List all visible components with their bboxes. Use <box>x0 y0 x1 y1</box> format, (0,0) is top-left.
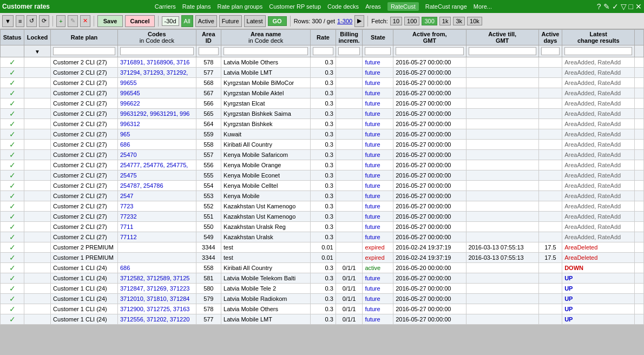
nav-carriers[interactable]: Carriers <box>155 3 176 10</box>
code-link[interactable]: 77112 <box>120 234 137 240</box>
code-link[interactable]: 3712010, 371810, 371284 <box>120 295 189 302</box>
table-row[interactable]: ✓ Customer 1 CLI (24) 3712010, 371810, 3… <box>1 294 644 304</box>
table-row[interactable]: ✓ Customer 2 CLI (27) 996545 567 Kyrgzst… <box>1 88 644 98</box>
code-link[interactable]: 254787, 254786 <box>120 182 163 189</box>
code-link[interactable]: 2547 <box>120 193 133 199</box>
table-row[interactable]: ✓ Customer 2 CLI (27) 25475 555 Kenya Mo… <box>1 170 644 181</box>
code-link[interactable]: 996545 <box>120 90 140 96</box>
code-link[interactable]: 686 <box>120 265 130 271</box>
nav-areas[interactable]: Areas <box>365 3 381 10</box>
nav-rate-plan-groups[interactable]: Rate plan groups <box>217 3 262 10</box>
code-link[interactable]: 3712847, 371269, 371223 <box>120 285 189 292</box>
days-filter-input[interactable] <box>541 47 560 55</box>
code-link[interactable]: 965 <box>120 131 130 137</box>
list-btn[interactable]: ≡ <box>16 15 24 27</box>
code-link[interactable]: 99655 <box>120 80 137 86</box>
table-row[interactable]: ✓ Customer 1 CLI (24) 3712847, 371269, 3… <box>1 284 644 294</box>
nav-code-decks[interactable]: Code decks <box>327 3 359 10</box>
areaname-filter-input[interactable] <box>224 47 308 55</box>
table-row[interactable]: ✓ Customer 2 CLI (27) 77112 549 Kazakhst… <box>1 232 644 242</box>
table-row[interactable]: ✓ Customer 2 CLI (27) 7723 552 Kazakhsta… <box>1 201 644 212</box>
table-row[interactable]: ✓ Customer 2 CLI (27) 996622 566 Kyrgzst… <box>1 98 644 109</box>
rate-filter-input[interactable] <box>313 47 333 55</box>
code-link[interactable]: 25475 <box>120 172 137 179</box>
edit-row-btn[interactable]: ✎ <box>68 15 78 27</box>
code-link[interactable]: 3712582, 3712589, 37125 <box>120 275 189 281</box>
cancel-button[interactable]: Cancel <box>125 15 154 27</box>
table-row[interactable]: ✓ Customer 1 CLI (24) 3712556, 371202, 3… <box>1 314 644 325</box>
date-filter[interactable]: -30d <box>162 16 179 26</box>
add-btn[interactable]: + <box>56 15 65 27</box>
table-row[interactable]: ✓ Customer 2 CLI (27) 996312 564 Kyrgzst… <box>1 119 644 129</box>
billing-filter-input[interactable] <box>338 47 360 55</box>
fetch-10[interactable]: 10 <box>390 17 402 25</box>
table-row[interactable]: ✓ Customer 2 CLI (27) 686 558 Kiribati A… <box>1 140 644 150</box>
rows-range[interactable]: 1-300 <box>337 18 352 24</box>
close-icon[interactable]: ✕ <box>635 2 642 11</box>
filter-future-btn[interactable]: Future <box>219 15 242 27</box>
table-row[interactable]: ✓ Customer 2 CLI (27) 3716891, 37168906,… <box>1 57 644 68</box>
table-row[interactable]: ✓ Customer 2 PREMIUM 3344 test 0.01 expi… <box>1 242 644 253</box>
delete-btn[interactable]: ✕ <box>80 15 90 27</box>
fetch-100[interactable]: 100 <box>404 17 419 25</box>
help-icon[interactable]: ? <box>597 2 601 11</box>
code-link[interactable]: 996622 <box>120 100 140 107</box>
code-link[interactable]: 3712900, 3712725, 37163 <box>120 306 189 312</box>
fetch-3k[interactable]: 3k <box>453 17 465 25</box>
code-link[interactable]: 996312 <box>120 121 140 127</box>
code-link[interactable]: 25470 <box>120 152 137 158</box>
filter-active-btn[interactable]: Active <box>195 15 217 27</box>
table-row[interactable]: ✓ Customer 2 CLI (27) 965 559 Kuwait 0.3… <box>1 129 644 140</box>
nav-rate-plans[interactable]: Rate plans <box>182 3 211 10</box>
fetch-10k[interactable]: 10k <box>467 17 482 25</box>
data-table-container[interactable]: Status Locked Rate plan Codesin Code dec… <box>0 29 644 355</box>
table-row[interactable]: ✓ Customer 2 CLI (27) 99631292, 99631291… <box>1 109 644 119</box>
table-row[interactable]: ✓ Customer 2 CLI (27) 2547 553 Kenya Mob… <box>1 191 644 201</box>
edit-icon[interactable]: ✎ <box>603 2 610 11</box>
table-row[interactable]: ✓ Customer 2 CLI (27) 254787, 254786 554… <box>1 181 644 191</box>
fetch-1k[interactable]: 1k <box>439 17 451 25</box>
filter-all-btn[interactable]: All <box>181 15 193 27</box>
table-row[interactable]: ✓ Customer 1 CLI (24) 686 558 Kiribati A… <box>1 263 644 273</box>
nav-more[interactable]: More... <box>474 3 492 10</box>
table-row[interactable]: ✓ Customer 2 CLI (27) 99655 568 Kyrgzsta… <box>1 78 644 88</box>
table-row[interactable]: ✓ Customer 1 CLI (24) 3712900, 3712725, … <box>1 304 644 314</box>
activetill-filter-input[interactable] <box>469 47 536 55</box>
table-row[interactable]: ✓ Customer 1 CLI (24) 3712582, 3712589, … <box>1 273 644 284</box>
rateplan-filter-input[interactable] <box>53 47 115 55</box>
state-filter-input[interactable] <box>365 47 391 55</box>
areaid-filter-input[interactable] <box>199 47 219 55</box>
nav-customer-rp-setup[interactable]: Customer RP setup <box>269 3 321 10</box>
check-icon[interactable]: ✓ <box>612 2 619 11</box>
minimize-icon[interactable]: ▽ <box>621 2 627 11</box>
table-row[interactable]: ✓ Customer 2 CLI (27) 25470 557 Kenya Mo… <box>1 150 644 160</box>
table-row[interactable]: ✓ Customer 2 CLI (27) 254777, 254776, 25… <box>1 160 644 170</box>
code-link[interactable]: 3716891, 37168906, 3716 <box>120 59 189 65</box>
code-link[interactable]: 686 <box>120 141 130 148</box>
code-link[interactable]: 3712556, 371202, 371220 <box>120 316 189 323</box>
code-link[interactable]: 254777, 254776, 254775, <box>120 162 188 168</box>
codes-filter-input[interactable] <box>120 47 194 55</box>
save-button[interactable]: Save <box>97 15 123 27</box>
maximize-icon[interactable]: □ <box>629 2 633 11</box>
code-link[interactable]: 7723 <box>120 203 133 209</box>
locked-dropdown-icon[interactable]: ▼ <box>35 49 40 55</box>
code-link[interactable]: 77232 <box>120 213 137 220</box>
reload-btn[interactable]: ⟳ <box>39 15 49 27</box>
table-row[interactable]: ✓ Customer 1 PREMIUM 3344 test 0.01 expi… <box>1 253 644 263</box>
table-row[interactable]: ✓ Customer 2 CLI (27) 77232 551 Kazakhst… <box>1 212 644 222</box>
refresh-btn[interactable]: ↺ <box>27 15 37 27</box>
code-link[interactable]: 7711 <box>120 223 133 230</box>
nav-ratecust[interactable]: RateCust <box>387 2 419 11</box>
fetch-300[interactable]: 300 <box>422 17 437 25</box>
filter-btn[interactable]: ▼ <box>2 15 14 27</box>
filter-latest-btn[interactable]: Latest <box>244 15 266 27</box>
go-button[interactable]: GO <box>268 16 287 26</box>
latest-filter-input[interactable] <box>564 47 632 55</box>
table-row[interactable]: ✓ Customer 2 CLI (27) 371294, 371293, 37… <box>1 68 644 78</box>
activefrom-filter-input[interactable] <box>396 47 463 55</box>
code-link[interactable]: 371294, 371293, 371292, <box>120 69 188 76</box>
nav-ratecust-range[interactable]: RateCust range <box>425 3 467 10</box>
table-row[interactable]: ✓ Customer 2 CLI (27) 7711 550 Kazakhsta… <box>1 222 644 232</box>
code-link[interactable]: 99631292, 99631291, 996 <box>120 110 189 117</box>
